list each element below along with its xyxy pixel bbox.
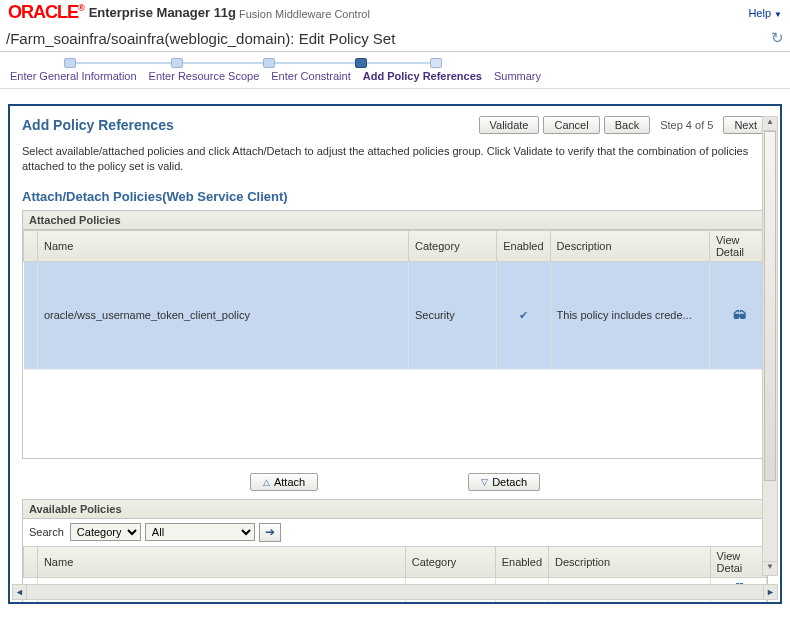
product-name: Enterprise Manager 11g: [89, 5, 236, 20]
chevron-down-icon: ▼: [774, 10, 782, 19]
refresh-icon[interactable]: ↻: [771, 29, 784, 47]
col-view-detail[interactable]: View Detai: [710, 546, 766, 577]
triangle-down-icon: ▽: [481, 477, 488, 487]
scroll-down-arrow[interactable]: ▼: [763, 561, 777, 575]
app-header: ORACLE® Enterprise Manager 11g Fusion Mi…: [0, 0, 790, 25]
cell-enabled: ✔: [497, 261, 550, 369]
wizard-step-3[interactable]: Enter Constraint: [265, 68, 356, 84]
breadcrumb-bar: /Farm_soainfra/soainfra(weblogic_domain)…: [0, 25, 790, 52]
wizard-node-5[interactable]: [430, 58, 442, 68]
col-enabled[interactable]: Enabled: [497, 230, 550, 261]
wizard-nodes: [4, 58, 786, 68]
cell-name: oracle/wss_username_token_client_policy: [37, 261, 408, 369]
triangle-up-icon: △: [263, 477, 270, 487]
view-detail-icon[interactable]: 🕶︎: [716, 308, 760, 323]
wizard-node-4[interactable]: [355, 58, 367, 68]
page-title: Add Policy References: [22, 117, 174, 133]
wizard-step-4[interactable]: Add Policy References: [357, 68, 488, 84]
wizard-labels: Enter General Information Enter Resource…: [4, 68, 786, 84]
col-name[interactable]: Name: [37, 230, 408, 261]
module-name: Fusion Middleware Control: [239, 6, 370, 20]
search-go-button[interactable]: ➔: [259, 523, 281, 542]
col-enabled[interactable]: Enabled: [495, 546, 548, 577]
search-by-select[interactable]: Category: [70, 523, 141, 541]
back-button[interactable]: Back: [604, 116, 650, 134]
validate-button[interactable]: Validate: [479, 116, 540, 134]
wizard-node-2[interactable]: [171, 58, 183, 68]
wizard-node-3[interactable]: [263, 58, 275, 68]
attached-policies-panel: Attached Policies Name Category Enabled …: [22, 210, 768, 459]
table-row[interactable]: oracle/wss_username_token_client_policyS…: [24, 261, 767, 369]
search-label: Search: [29, 526, 64, 538]
attach-button[interactable]: △Attach: [250, 473, 318, 491]
col-description[interactable]: Description: [549, 546, 711, 577]
attached-policies-header: Attached Policies: [23, 211, 767, 230]
cell-view-detail: 🕶︎: [709, 261, 766, 369]
step-indicator: Step 4 of 5: [654, 117, 719, 133]
col-category[interactable]: Category: [409, 230, 497, 261]
search-value-select[interactable]: All: [145, 523, 255, 541]
check-icon: ✔: [503, 309, 543, 322]
scroll-thumb[interactable]: [764, 131, 776, 481]
wizard-step-5[interactable]: Summary: [488, 68, 547, 84]
help-menu[interactable]: Help ▼: [748, 7, 782, 19]
wizard-bar: Enter General Information Enter Resource…: [0, 52, 790, 89]
attached-policies-table: Name Category Enabled Description View D…: [23, 230, 767, 370]
scroll-right-arrow[interactable]: ►: [763, 585, 777, 599]
section-title: Attach/Detach Policies(Web Service Clien…: [22, 189, 768, 204]
search-bar: Search Category All ➔: [23, 519, 767, 546]
scroll-left-arrow[interactable]: ◄: [13, 585, 27, 599]
cell-description: This policy includes crede...: [550, 261, 709, 369]
button-bar: Validate Cancel Back Step 4 of 5 Next: [479, 116, 769, 134]
wizard-step-2[interactable]: Enter Resource Scope: [143, 68, 266, 84]
detach-button[interactable]: ▽Detach: [468, 473, 540, 491]
col-description[interactable]: Description: [550, 230, 709, 261]
page-description: Select available/attached policies and c…: [22, 144, 752, 175]
available-policies-header: Available Policies: [23, 500, 767, 519]
vertical-scrollbar[interactable]: ▲ ▼: [762, 116, 778, 576]
attach-detach-bar: △Attach ▽Detach: [22, 469, 768, 499]
horizontal-scrollbar[interactable]: ◄ ►: [12, 584, 778, 600]
col-view-detail[interactable]: View Detail: [709, 230, 766, 261]
col-category[interactable]: Category: [405, 546, 495, 577]
cell-category: Security: [409, 261, 497, 369]
wizard-node-1[interactable]: [64, 58, 76, 68]
main-frame: Add Policy References Validate Cancel Ba…: [8, 104, 782, 604]
cancel-button[interactable]: Cancel: [543, 116, 599, 134]
breadcrumb: /Farm_soainfra/soainfra(weblogic_domain)…: [6, 30, 395, 47]
scroll-up-arrow[interactable]: ▲: [763, 117, 777, 131]
col-name[interactable]: Name: [37, 546, 405, 577]
wizard-step-1[interactable]: Enter General Information: [4, 68, 143, 84]
oracle-logo: ORACLE®: [8, 2, 89, 23]
